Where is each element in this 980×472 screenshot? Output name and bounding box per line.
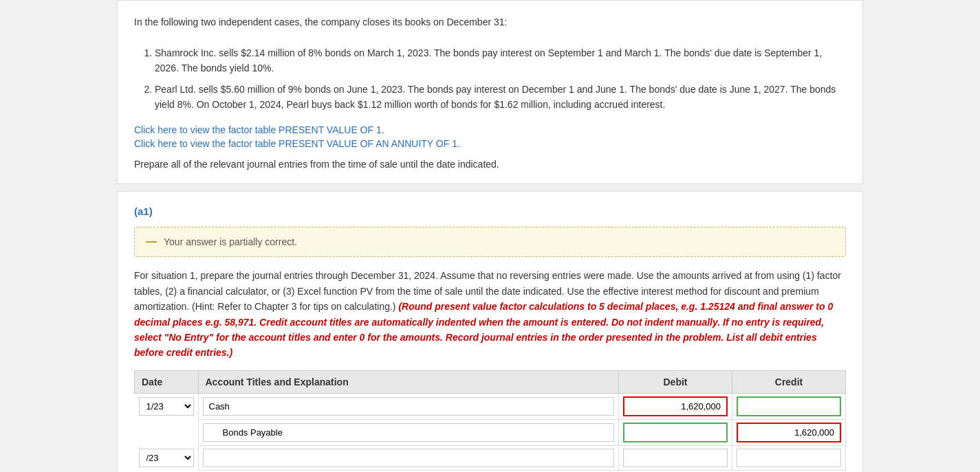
partial-correct-banner: — Your answer is partially correct. <box>134 227 846 257</box>
pv-annuity-link[interactable]: Click here to view the factor table PRES… <box>134 138 846 149</box>
col-header-debit: Debit <box>619 370 732 393</box>
account-input-3[interactable] <box>203 449 615 467</box>
table-row <box>135 419 846 445</box>
debit-cell-3 <box>619 445 732 470</box>
date-cell-1: 1/23 3/23 9/23 12/23 3/24 9/24 12/24 <box>135 393 199 419</box>
instructions-block: For situation 1, prepare the journal ent… <box>134 268 846 360</box>
credit-input-3[interactable] <box>737 449 841 467</box>
credit-cell-2 <box>732 419 846 445</box>
credit-cell-1 <box>732 393 846 419</box>
table-row: 1/23 3/23 9/23 12/23 3/24 9/24 12/24 <box>135 393 846 419</box>
factor-table-links: Click here to view the factor table PRES… <box>134 124 846 149</box>
section-a1: (a1) — Your answer is partially correct.… <box>117 191 863 472</box>
col-header-account: Account Titles and Explanation <box>198 370 619 393</box>
account-cell-2 <box>198 419 619 445</box>
partial-correct-icon: — <box>146 236 157 248</box>
intro-text: In the following two independent cases, … <box>134 14 846 30</box>
pv1-link[interactable]: Click here to view the factor table PRES… <box>134 124 846 135</box>
account-input-2[interactable] <box>203 423 615 442</box>
credit-input-2[interactable] <box>737 423 841 442</box>
col-header-date: Date <box>135 370 199 393</box>
case-1-text: Shamrock Inc. sells $2.14 million of 8% … <box>155 45 846 76</box>
date-select-1[interactable]: 1/23 3/23 9/23 12/23 3/24 9/24 12/24 <box>139 397 194 416</box>
account-cell-3 <box>198 445 619 470</box>
date-cell-3: /23 1/23 3/23 9/23 12/23 3/24 9/24 12/24 <box>135 445 199 470</box>
debit-cell-1 <box>619 393 732 419</box>
section-a1-label: (a1) <box>134 205 846 217</box>
journal-table: Date Account Titles and Explanation Debi… <box>134 370 846 471</box>
debit-input-1[interactable] <box>623 396 728 416</box>
problem-statement: In the following two independent cases, … <box>117 0 863 184</box>
account-cell-1 <box>198 393 619 419</box>
col-header-credit: Credit <box>732 370 846 393</box>
date-cell-2 <box>135 419 199 445</box>
debit-cell-2 <box>619 419 732 445</box>
date-select-3[interactable]: /23 1/23 3/23 9/23 12/23 3/24 9/24 12/24 <box>139 449 194 467</box>
partial-correct-text: Your answer is partially correct. <box>164 236 297 247</box>
table-row: /23 1/23 3/23 9/23 12/23 3/24 9/24 12/24 <box>135 445 846 470</box>
prepare-text: Prepare all of the relevant journal entr… <box>134 159 846 170</box>
credit-input-1[interactable] <box>737 396 841 416</box>
debit-input-3[interactable] <box>623 449 728 467</box>
case-2-text: Pearl Ltd. sells $5.60 million of 9% bon… <box>155 82 846 113</box>
account-input-1[interactable] <box>203 397 615 416</box>
credit-cell-3 <box>732 445 846 470</box>
debit-input-2[interactable] <box>623 423 728 442</box>
